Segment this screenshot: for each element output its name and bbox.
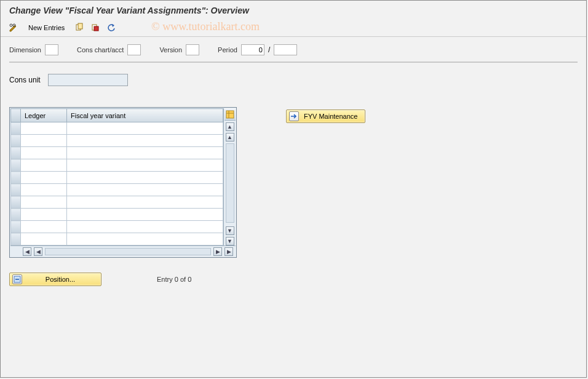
delete-icon <box>90 23 100 33</box>
column-header-ledger[interactable]: Ledger <box>21 109 67 122</box>
table-row[interactable] <box>11 196 223 209</box>
version-input[interactable] <box>186 44 199 55</box>
table-row[interactable] <box>11 147 223 159</box>
table-row[interactable] <box>11 122 223 135</box>
scroll-left-button[interactable]: ◀ <box>34 247 42 256</box>
cons-chart-label: Cons chart/acct <box>77 46 124 54</box>
filter-bar: Dimension Cons chart/acct Version Period… <box>1 37 586 62</box>
separator <box>9 62 578 63</box>
scroll-down-button[interactable]: ▼ <box>226 226 234 235</box>
dimension-label: Dimension <box>9 46 41 54</box>
scroll-left-button[interactable]: ◀ <box>23 247 31 256</box>
fyv-maintenance-label: FYV Maintenance <box>304 113 357 120</box>
svg-rect-6 <box>226 111 234 118</box>
svg-rect-3 <box>78 23 82 29</box>
cons-chart-input[interactable] <box>127 44 141 55</box>
copy-button[interactable] <box>73 22 86 34</box>
table-row[interactable] <box>11 184 223 196</box>
undo-icon <box>106 23 116 33</box>
horizontal-scrollbar[interactable] <box>45 248 211 255</box>
cons-unit-label: Cons unit <box>9 76 41 84</box>
select-all-cell[interactable] <box>11 109 21 122</box>
svg-rect-10 <box>15 279 19 280</box>
copy-icon <box>74 23 84 33</box>
position-button[interactable]: Position... <box>9 273 101 286</box>
position-label: Position... <box>27 276 93 283</box>
period-input[interactable] <box>241 44 264 55</box>
position-icon <box>12 274 22 284</box>
toolbar: New Entries <box>1 19 586 37</box>
vertical-scrollbar[interactable] <box>226 143 234 223</box>
table-row[interactable] <box>11 172 223 184</box>
scroll-down-button[interactable]: ▼ <box>226 237 234 245</box>
table-row[interactable] <box>11 233 223 245</box>
fyv-maintenance-button[interactable]: FYV Maintenance <box>286 110 365 123</box>
table-settings-button[interactable] <box>224 108 236 121</box>
table-row[interactable] <box>11 159 223 172</box>
delete-button[interactable] <box>89 22 102 34</box>
arrow-right-icon <box>289 111 299 121</box>
svg-rect-5 <box>94 26 98 31</box>
data-grid: Ledger Fiscal year variant <box>9 107 237 258</box>
scroll-right-button[interactable]: ▶ <box>213 247 222 256</box>
entry-counter: Entry 0 of 0 <box>157 276 191 283</box>
table-row[interactable] <box>11 135 223 147</box>
page-title: Change View "Fiscal Year Variant Assignm… <box>1 1 586 19</box>
table-row[interactable] <box>11 221 223 233</box>
scroll-up-button[interactable]: ▲ <box>226 122 234 131</box>
cons-unit-input[interactable] <box>48 74 128 86</box>
dimension-input[interactable] <box>45 44 58 55</box>
period-year-input[interactable] <box>274 44 297 55</box>
new-entries-button[interactable]: New Entries <box>23 22 70 34</box>
undo-button[interactable] <box>105 22 118 34</box>
table-row[interactable] <box>11 209 223 221</box>
version-label: Version <box>159 46 182 54</box>
table-settings-icon <box>226 110 234 119</box>
period-label: Period <box>218 46 237 54</box>
column-header-fyv[interactable]: Fiscal year variant <box>67 109 223 122</box>
toggle-display-change-button[interactable] <box>7 22 20 34</box>
svg-point-0 <box>10 24 12 26</box>
scroll-up-button[interactable]: ▲ <box>226 133 234 142</box>
scroll-right-button[interactable]: ▶ <box>224 247 233 256</box>
cons-unit-row: Cons unit <box>1 65 586 95</box>
pencil-glasses-icon <box>9 23 18 33</box>
period-separator: / <box>268 46 270 54</box>
